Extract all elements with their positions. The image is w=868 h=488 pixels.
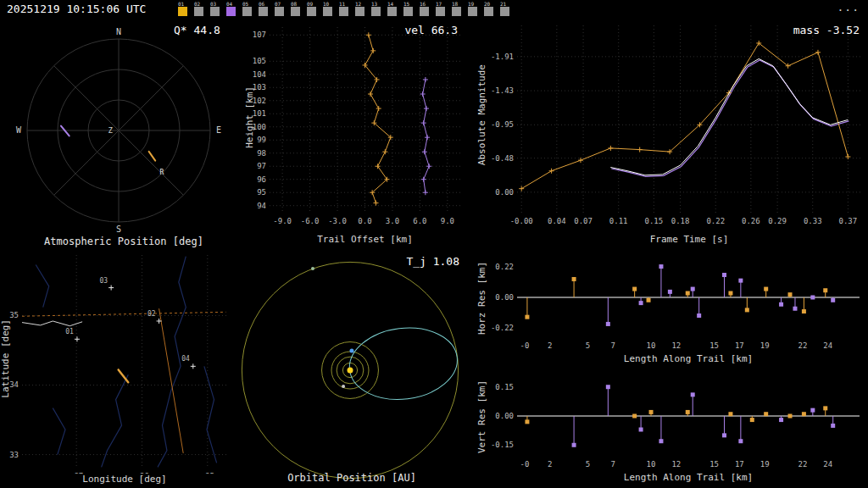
frame-number: 10	[323, 2, 334, 7]
frame-button-20[interactable]: 20	[484, 2, 495, 16]
overflow-menu-button[interactable]: ...	[837, 1, 860, 14]
magnitude-chart: -0.000.040.070.110.150.180.220.260.290.3…	[470, 19, 868, 229]
tick-label: 94	[257, 202, 266, 210]
panel-atmospheric-position: NSEWZR Q* 44.8 Atmospheric Position [deg…	[0, 19, 248, 250]
tick-label: 15	[709, 460, 719, 469]
tick-label: 5	[586, 341, 590, 350]
frame-number: 15	[403, 2, 415, 7]
residual-point-site-2	[606, 322, 610, 326]
magnitude-y-axis-label: Absolute Magnitude	[476, 64, 487, 165]
residual-point-site-2	[722, 273, 726, 277]
polar-spoke	[119, 66, 183, 130]
tick-label: 99	[257, 136, 266, 144]
frame-thumb	[355, 7, 364, 16]
frame-button-16[interactable]: 16	[420, 2, 431, 16]
tick-label: -9.0	[273, 217, 292, 225]
residual-point-site-2	[738, 439, 743, 443]
residual-point-site-1	[823, 288, 827, 292]
horz-x-axis-label: Length Along Trail [km]	[517, 353, 860, 364]
tick-label: 10	[647, 460, 656, 469]
tick-label: 0.22	[706, 217, 725, 225]
tick-label: 22	[798, 460, 807, 469]
tick-label: 0.00	[495, 188, 514, 197]
frame-button-07[interactable]: 07	[275, 2, 286, 16]
residual-point-site-1	[728, 291, 732, 296]
frame-button-03[interactable]: 03	[210, 2, 221, 16]
residual-point-site-1	[649, 410, 654, 414]
tick-label: 0.04	[548, 217, 566, 225]
compass-south: S	[116, 225, 121, 232]
frame-button-04[interactable]: 04	[226, 2, 237, 16]
series-site-2	[423, 80, 430, 192]
map-x-axis-label: Longitude [deg]	[22, 474, 227, 485]
tick-label: -0.22	[491, 324, 514, 332]
data-point-plus	[368, 92, 373, 97]
data-point-plus	[519, 186, 524, 191]
frame-button-08[interactable]: 08	[291, 2, 302, 16]
magnitude-x-axis-label: Frame Time [s]	[517, 234, 861, 245]
tick-label: -0.95	[491, 120, 514, 129]
data-point-plus	[370, 48, 376, 53]
frame-button-01[interactable]: 01	[178, 2, 189, 16]
data-point-plus	[637, 147, 643, 152]
tick-label: -0.15	[491, 441, 514, 449]
river-line	[53, 408, 65, 455]
frame-button-11[interactable]: 11	[339, 2, 350, 16]
residual-point-site-1	[572, 277, 576, 281]
frame-button-06[interactable]: 06	[259, 2, 270, 16]
frame-button-19[interactable]: 19	[468, 2, 479, 16]
tick-label: 19	[760, 460, 770, 469]
data-point-plus	[425, 135, 430, 140]
tick-label: 104	[253, 70, 266, 79]
frame-thumb	[436, 7, 445, 16]
residual-point-site-1	[750, 418, 754, 422]
residual-point-site-1	[647, 298, 651, 302]
frame-button-14[interactable]: 14	[387, 2, 398, 16]
frame-button-18[interactable]: 18	[452, 2, 463, 16]
frame-button-09[interactable]: 09	[307, 2, 318, 16]
streak-site-1	[149, 152, 156, 161]
residual-point-site-2	[831, 424, 835, 428]
tick-label: -0.00	[510, 217, 533, 225]
frame-button-17[interactable]: 17	[436, 2, 447, 16]
residual-point-site-2	[738, 279, 743, 283]
station-label-02: 02	[147, 310, 156, 318]
frame-number: 19	[468, 2, 479, 7]
tick-label: -1.91	[491, 53, 514, 61]
frame-button-15[interactable]: 15	[403, 2, 415, 16]
river-line	[102, 374, 129, 467]
tick-label: 2	[548, 341, 552, 350]
tick-label: 0.07	[574, 217, 593, 225]
frame-button-12[interactable]: 12	[355, 2, 366, 16]
data-point-plus	[815, 50, 821, 55]
frame-number: 08	[291, 2, 302, 7]
data-point-plus	[421, 120, 426, 125]
tisserand-value: T_j 1.08	[406, 255, 459, 268]
tick-label: 19	[760, 341, 770, 350]
body-inner-body	[342, 385, 345, 388]
data-point-plus	[382, 149, 387, 154]
frame-button-10[interactable]: 10	[323, 2, 334, 16]
data-point-plus	[549, 169, 554, 174]
tick-label: 0.22	[495, 263, 514, 271]
frame-number: 03	[210, 2, 221, 7]
frame-button-02[interactable]: 02	[194, 2, 205, 16]
trail-offset-chart: -9.0-6.0-3.00.03.06.09.09495969798991001…	[244, 19, 470, 230]
tick-label: 0.37	[839, 217, 858, 225]
frame-button-05[interactable]: 05	[242, 2, 253, 16]
frame-number: 02	[194, 2, 205, 7]
residual-point-site-2	[810, 408, 815, 413]
tick-label: 12	[671, 460, 681, 469]
frame-button-13[interactable]: 13	[371, 2, 382, 16]
tick-label: 17	[735, 460, 744, 469]
residual-point-site-2	[572, 443, 576, 447]
tick-label: 7	[611, 341, 615, 350]
frame-number: 16	[420, 2, 431, 7]
frame-number: 14	[387, 2, 398, 7]
polar-spoke	[119, 130, 183, 195]
frame-button-21[interactable]: 21	[500, 2, 511, 16]
tick-label: 2	[548, 460, 552, 469]
frame-number: 01	[178, 2, 189, 7]
data-point-plus	[376, 164, 381, 169]
frame-number: 21	[500, 2, 511, 7]
